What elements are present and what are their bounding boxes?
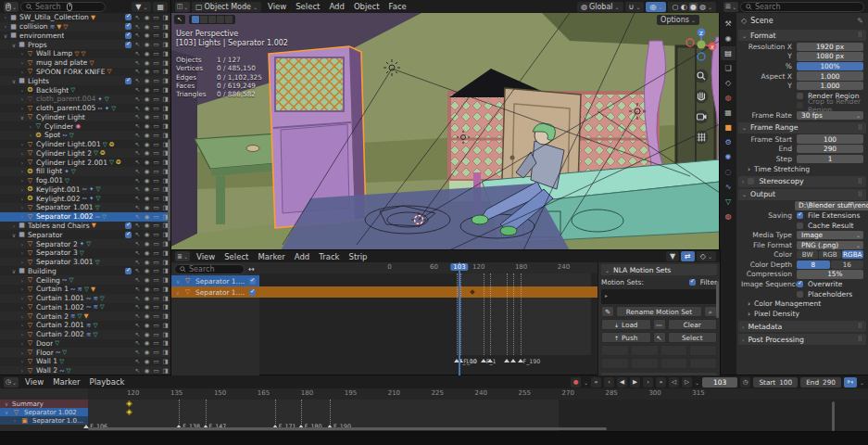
hide-eye-toggle-icon[interactable]: ◉ — [143, 267, 151, 274]
selectable-toggle-icon[interactable]: ↖ — [133, 113, 142, 121]
outliner-row[interactable]: ›▽mug and plate▽↖◉▭◨ — [0, 58, 171, 68]
keying-set-dropdown[interactable]: ⌄ — [584, 379, 588, 386]
hide-eye-toggle-icon[interactable]: ◉ — [143, 41, 151, 48]
viewport-disable-toggle-icon[interactable]: ▭ — [152, 23, 160, 31]
properties-tab-output[interactable]: ▤ — [721, 46, 736, 60]
render-disable-toggle-icon[interactable]: ◨ — [161, 14, 170, 21]
outliner-row[interactable]: ›❂fill light✦▽↖◉▭◨ — [0, 167, 171, 176]
disclosure-arrow-icon[interactable]: › — [19, 105, 26, 111]
options-dropdown[interactable]: Options ⌄ — [657, 15, 699, 25]
selectable-toggle-icon[interactable]: ↖ — [133, 68, 142, 75]
select-button[interactable]: Select — [668, 332, 718, 343]
nla-bake-section-header[interactable]: ⌄ NLA Bake — [601, 373, 717, 375]
navigation-axis-gizmo[interactable]: Z X — [686, 29, 716, 60]
timeline-menu-view[interactable]: View — [20, 376, 48, 388]
hide-eye-toggle-icon[interactable]: ◉ — [143, 77, 151, 84]
selectable-toggle-icon[interactable]: ↖ — [133, 267, 142, 274]
viewport-disable-toggle-icon[interactable]: ▭ — [152, 149, 160, 157]
render-disable-toggle-icon[interactable]: ◨ — [161, 95, 170, 103]
previous-keyframe-button[interactable]: ‹ — [604, 377, 614, 388]
viewport-disable-toggle-icon[interactable]: ▭ — [152, 240, 160, 248]
render-disable-toggle-icon[interactable]: ◨ — [161, 122, 170, 130]
mode-dropdown[interactable]: ▢ Object Mode ⌄ — [192, 2, 261, 12]
filter-checkbox[interactable] — [689, 279, 696, 286]
hide-eye-toggle-icon[interactable]: ◉ — [143, 276, 151, 284]
selectable-toggle-icon[interactable]: ↖ — [133, 331, 142, 338]
section-header-frame-range[interactable]: ⌄Frame Range⠿ — [738, 122, 866, 134]
disclosure-arrow-icon[interactable]: › — [19, 159, 26, 166]
nla-filter-button[interactable]: ▼ — [666, 251, 679, 261]
nla-channel-act[interactable]: ∨▽Separator 1.002Action — [171, 286, 259, 298]
disclosure-arrow-icon[interactable]: › — [2, 14, 9, 20]
hide-eye-toggle-icon[interactable]: ◉ — [143, 141, 151, 148]
nla-search-input[interactable]: Search — [174, 264, 245, 274]
hide-eye-toggle-icon[interactable]: ◉ — [143, 349, 151, 356]
subsection-time-stretching[interactable]: ›Time Stretching — [738, 164, 866, 174]
outliner-row[interactable]: ›▽cloth_parent.004✦▽↖◉▭◨ — [0, 95, 171, 104]
nla-menu-add[interactable]: Add — [290, 251, 314, 262]
section-menu-icon[interactable]: ⠿ — [858, 32, 862, 39]
selectable-toggle-icon[interactable]: ↖ — [133, 149, 142, 157]
disclosure-arrow-icon[interactable]: › — [19, 196, 26, 202]
nla-menu-track[interactable]: Track — [314, 251, 344, 262]
section-menu-icon[interactable]: ⠿ — [858, 323, 862, 330]
render-disable-toggle-icon[interactable]: ◨ — [161, 86, 170, 94]
hide-eye-toggle-icon[interactable]: ◉ — [143, 95, 151, 103]
selectable-toggle-icon[interactable]: ↖ — [133, 349, 142, 356]
hide-eye-toggle-icon[interactable]: ◉ — [143, 295, 151, 302]
frame-start-field[interactable]: Start100 — [753, 377, 798, 388]
properties-editor-type-button[interactable]: ☰ ⌄ — [723, 2, 738, 12]
orthographic-grid-icon[interactable] — [695, 131, 709, 145]
viewport-disable-toggle-icon[interactable]: ▭ — [152, 339, 160, 347]
render-disable-toggle-icon[interactable]: ◨ — [161, 339, 170, 347]
section-header-output[interactable]: ⌄Output⠿ — [738, 189, 866, 200]
nla-ruler[interactable]: 060120180240300360 — [259, 262, 598, 273]
segment-option-rgba[interactable]: RGBA — [842, 250, 863, 259]
hide-eye-toggle-icon[interactable]: ◉ — [143, 240, 151, 248]
timeline-channel-summary[interactable]: ∨Summary — [0, 400, 88, 408]
selectable-toggle-icon[interactable]: ↖ — [133, 77, 142, 84]
outliner-row[interactable]: ∨▽Cylinder Light↖◉▭◨ — [0, 112, 171, 121]
collection-checkbox[interactable] — [125, 222, 132, 229]
disclosure-arrow-icon[interactable]: › — [19, 95, 26, 102]
hide-eye-toggle-icon[interactable]: ◉ — [143, 23, 151, 31]
disclosure-arrow-icon[interactable]: › — [19, 331, 26, 337]
hide-eye-toggle-icon[interactable]: ◉ — [143, 204, 151, 211]
cursor-button[interactable]: ↖ — [653, 332, 666, 343]
render-disable-toggle-icon[interactable]: ◨ — [161, 286, 170, 293]
transform-orientation-dropdown[interactable]: ◍ Global ⌄ — [577, 2, 623, 12]
disclosure-arrow-icon[interactable]: ∨ — [19, 114, 26, 121]
viewport-disable-toggle-icon[interactable]: ▭ — [152, 367, 160, 375]
selectable-toggle-icon[interactable]: ↖ — [133, 185, 142, 193]
render-disable-toggle-icon[interactable]: ◨ — [161, 50, 170, 57]
channel-checkbox[interactable] — [249, 278, 256, 285]
hide-eye-toggle-icon[interactable]: ◉ — [143, 222, 151, 229]
outliner-row[interactable]: ›▽Separator 1.001▽↖◉▭◨ — [0, 203, 171, 212]
viewport-disable-toggle-icon[interactable]: ▭ — [152, 286, 160, 293]
disclosure-arrow-icon[interactable]: ∨ — [10, 232, 18, 238]
timeline-menu-marker[interactable]: Marker — [48, 376, 84, 388]
selectable-toggle-icon[interactable]: ↖ — [133, 286, 142, 293]
hide-eye-toggle-icon[interactable]: ◉ — [143, 195, 151, 202]
hide-eye-toggle-icon[interactable]: ◉ — [143, 177, 151, 184]
checkbox-overwrite[interactable] — [797, 281, 803, 287]
menu-view[interactable]: View — [263, 1, 291, 12]
load-button[interactable]: ⇣ Load — [601, 319, 651, 330]
hide-eye-toggle-icon[interactable]: ◉ — [143, 113, 151, 121]
viewport-disable-toggle-icon[interactable]: ▭ — [152, 132, 160, 139]
segment-option-8[interactable]: 8 — [797, 261, 830, 269]
hide-eye-toggle-icon[interactable]: ◉ — [143, 249, 151, 257]
jump-to-end-button[interactable]: » — [656, 377, 666, 388]
selectable-toggle-icon[interactable]: ↖ — [133, 32, 142, 39]
outliner-row[interactable]: ›▽cloth_parent.005∾✦▽↖◉▭◨ — [0, 104, 171, 113]
render-disable-toggle-icon[interactable]: ◨ — [161, 249, 170, 257]
disclosure-arrow-icon[interactable]: › — [19, 59, 26, 66]
render-disable-toggle-icon[interactable]: ◨ — [161, 259, 170, 266]
viewport-disable-toggle-icon[interactable]: ▭ — [152, 59, 160, 67]
selectable-toggle-icon[interactable]: ↖ — [133, 95, 142, 103]
value-field-y[interactable]: 1080 px — [797, 52, 863, 60]
outliner-row[interactable]: ›▽Floor∾▽↖◉▭◨ — [0, 348, 171, 357]
viewport-disable-toggle-icon[interactable]: ▭ — [152, 177, 160, 184]
viewport-disable-toggle-icon[interactable]: ▭ — [152, 204, 160, 211]
properties-tab-render[interactable]: ◉ — [721, 32, 736, 45]
